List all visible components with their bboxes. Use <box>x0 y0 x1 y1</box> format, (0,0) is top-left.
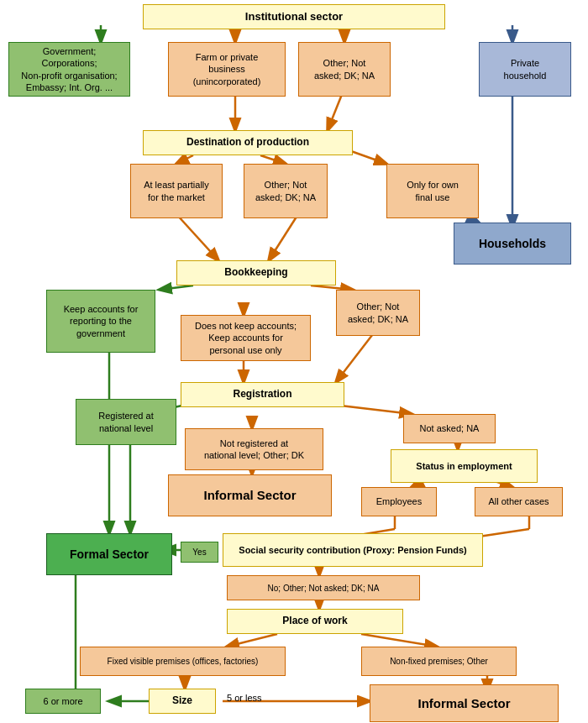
farm-business-box: Farm or private business (unincorporated… <box>168 42 286 97</box>
other-not-asked3-box: Other; Not asked; DK; NA <box>336 290 420 336</box>
size-box: Size <box>149 689 216 714</box>
no-other-box: No; Other; Not asked; DK; NA <box>227 575 420 600</box>
social-security-box: Social security contribution (Proxy: Pen… <box>223 533 483 567</box>
fixed-premises-box: Fixed visible premises (offices, factori… <box>80 647 286 676</box>
non-fixed-box: Non-fixed premises; Other <box>361 647 517 676</box>
svg-line-6 <box>176 155 193 164</box>
destination-box: Destination of production <box>143 130 353 155</box>
households-box: Households <box>454 223 571 265</box>
five-or-less-label: 5 or less <box>227 693 262 703</box>
svg-line-35 <box>361 634 437 647</box>
other-not-asked2-box: Other; Not asked; DK; NA <box>244 164 328 218</box>
svg-line-34 <box>227 634 277 647</box>
yes-box: Yes <box>181 542 218 563</box>
informal-sector1-box: Informal Sector <box>168 474 332 516</box>
registration-box: Registration <box>181 382 344 407</box>
bookkeeping-box: Bookkeeping <box>176 260 336 286</box>
svg-line-12 <box>269 214 298 260</box>
not-registered-box: Not registered at national level; Other;… <box>185 428 323 470</box>
institutional-sector-box: Institutional sector <box>143 4 445 29</box>
keep-accounts-box: Keep accounts for reporting to the gover… <box>46 290 155 353</box>
diagram: Institutional sector Government; Corpora… <box>0 0 588 723</box>
formal-sector-box: Formal Sector <box>46 533 172 575</box>
employees-box: Employees <box>361 487 437 516</box>
svg-line-13 <box>160 286 193 290</box>
six-or-more-box: 6 or more <box>25 689 101 714</box>
not-asked-na-box: Not asked; NA <box>403 414 496 443</box>
svg-line-7 <box>260 155 286 164</box>
at-least-partially-box: At least partially for the market <box>130 164 223 218</box>
private-household-box: Private household <box>479 42 571 97</box>
only-own-use-box: Only for own final use <box>386 164 479 218</box>
status-employment-box: Status in employment <box>391 449 538 483</box>
does-not-keep-box: Does not keep accounts; Keep accounts fo… <box>181 315 311 361</box>
all-other-cases-box: All other cases <box>475 487 563 516</box>
svg-line-11 <box>176 214 218 260</box>
other-not-asked1-box: Other; Not asked; DK; NA <box>298 42 391 97</box>
gov-corp-box: Government; Corporations; Non-profit org… <box>8 42 130 97</box>
registered-national-box: Registered at national level <box>76 399 176 445</box>
place-of-work-box: Place of work <box>227 609 403 634</box>
informal-sector2-box: Informal Sector <box>370 684 559 722</box>
